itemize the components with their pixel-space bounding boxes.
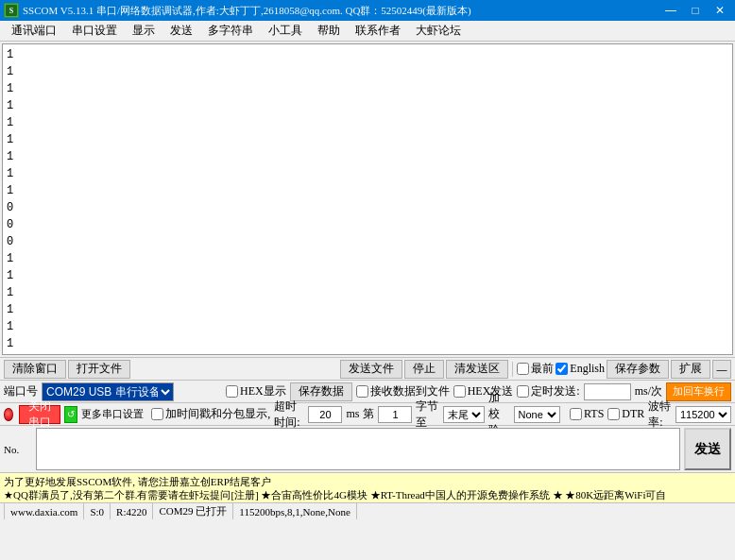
minimize-button[interactable]: — <box>659 3 682 18</box>
timeout-input[interactable] <box>308 406 342 423</box>
menu-item-多字符串[interactable]: 多字符串 <box>200 21 261 41</box>
send-area: No. 发送 <box>0 425 735 472</box>
menu-item-通讯端口[interactable]: 通讯端口 <box>4 21 64 41</box>
more-ports-label: 更多串口设置 <box>81 407 144 421</box>
send-input[interactable] <box>36 428 680 470</box>
output-area-container: 111111111000111111111111111 <box>2 43 733 355</box>
app-title: SSCOM V5.13.1 串口/网络数据调试器,作者:大虾丁丁,2618058… <box>23 4 471 18</box>
clear-send-button[interactable]: 清发送区 <box>446 360 508 379</box>
toolbar2: 端口号 COM29 USB 串行设备 HEX显示 保存数据 接收数据到文件 HE… <box>0 380 735 402</box>
dtr-label[interactable]: DTR <box>607 407 644 421</box>
baud-label: 波特率: <box>648 399 672 431</box>
stop-button[interactable]: 停止 <box>404 360 444 379</box>
output-line: 1 <box>7 97 728 114</box>
timestamp-checkbox[interactable] <box>151 408 163 420</box>
status-bar: www.daxia.com S:0 R:4220 COM29 已打开 11520… <box>0 502 735 519</box>
menu-item-小工具[interactable]: 小工具 <box>261 21 310 41</box>
baud-select[interactable]: 115200 <box>675 406 731 423</box>
output-line: 1 <box>7 182 728 199</box>
status-indicator <box>4 408 13 421</box>
timed-send-label[interactable]: 定时发送: <box>517 383 579 399</box>
output-line: 1 <box>7 267 728 284</box>
expand-button[interactable]: 扩展 <box>671 360 710 379</box>
toolbar1: 清除窗口 打开文件 发送文件 停止 清发送区 最前 English 保存参数 扩… <box>0 357 735 380</box>
output-line: 1 <box>7 114 728 131</box>
output-line: 1 <box>7 131 728 148</box>
refresh-button[interactable]: ↺ <box>64 406 78 423</box>
title-controls: — □ ✕ <box>659 3 731 18</box>
com-port-select[interactable]: COM29 USB 串行设备 <box>42 382 174 401</box>
menu-item-联系作者[interactable]: 联系作者 <box>348 21 408 41</box>
menu-bar: 通讯端口串口设置显示发送多字符串小工具帮助联系作者大虾论坛 <box>0 21 735 42</box>
menu-item-帮助[interactable]: 帮助 <box>310 21 348 41</box>
expand-icon-button[interactable]: — <box>712 360 731 379</box>
output-line: 1 <box>7 318 728 335</box>
output-line: 1 <box>7 165 728 182</box>
output-line: 1 <box>7 46 728 63</box>
output-area[interactable]: 111111111000111111111111111 <box>3 44 732 354</box>
output-line: 1 <box>7 301 728 318</box>
output-line: 1 <box>7 284 728 301</box>
notice-line2: ★QQ群满员了,没有第二个群.有需要请在虾坛提问[注册] ★合宙高性价比4G模块… <box>4 488 731 501</box>
output-line: 1 <box>7 63 728 80</box>
menu-item-大虾论坛[interactable]: 大虾论坛 <box>408 21 469 41</box>
english-checkbox-label[interactable]: English <box>556 362 605 376</box>
maximize-button[interactable]: □ <box>684 3 707 18</box>
hex-display-label[interactable]: HEX显示 <box>226 383 286 399</box>
end-select[interactable]: 末尾 <box>443 406 485 423</box>
send-file-button[interactable]: 发送文件 <box>340 360 402 379</box>
close-button[interactable]: ✕ <box>709 3 731 18</box>
open-file-button[interactable]: 打开文件 <box>68 360 130 379</box>
hex-display-checkbox[interactable] <box>226 385 238 398</box>
app-icon: S <box>4 3 19 18</box>
timestamp-label[interactable]: 加时间戳和分包显示, <box>151 406 270 422</box>
timed-send-checkbox[interactable] <box>517 385 529 398</box>
english-checkbox[interactable] <box>556 363 568 375</box>
rts-label[interactable]: RTS <box>570 407 604 421</box>
dtr-checkbox[interactable] <box>607 408 620 420</box>
save-params-button[interactable]: 保存参数 <box>607 360 669 379</box>
interval-unit: ms/次 <box>635 383 662 399</box>
svg-text:S: S <box>9 7 14 15</box>
output-line: 0 <box>7 216 728 233</box>
output-line: 1 <box>7 148 728 165</box>
toolbar3: 关闭串口 ↺ 更多串口设置 加时间戳和分包显示, 超时时间: ms 第 字节 至… <box>0 402 735 425</box>
clear-window-button[interactable]: 清除窗口 <box>4 360 66 379</box>
output-line: 0 <box>7 233 728 250</box>
timeout-unit: ms <box>346 407 359 421</box>
rts-checkbox[interactable] <box>570 408 582 420</box>
separator1 <box>512 362 513 377</box>
menu-item-发送[interactable]: 发送 <box>162 21 200 41</box>
add-crlf-button[interactable]: 加回车换行 <box>666 382 731 401</box>
menu-item-串口设置[interactable]: 串口设置 <box>64 21 125 41</box>
timeout-label: 超时时间: <box>274 399 304 431</box>
output-line: 1 <box>7 352 728 354</box>
port-label: 端口号 <box>4 383 38 399</box>
last-checkbox-label[interactable]: 最前 <box>517 361 554 377</box>
output-line: 0 <box>7 199 728 216</box>
status-s: S:0 <box>84 503 111 519</box>
recv-to-file-checkbox[interactable] <box>356 385 368 398</box>
close-port-button[interactable]: 关闭串口 <box>19 405 60 424</box>
hex-send-checkbox[interactable] <box>453 385 466 398</box>
char-label: 字节 至 <box>416 399 438 431</box>
interval-input[interactable]: 1000 <box>584 383 631 400</box>
menu-item-显示[interactable]: 显示 <box>125 21 162 41</box>
checksum-select[interactable]: None <box>514 406 560 423</box>
send-button[interactable]: 发送 <box>684 428 731 470</box>
output-line: 1 <box>7 250 728 267</box>
page-input[interactable] <box>378 406 412 423</box>
page-label: 第 <box>363 406 374 422</box>
status-com: COM29 已打开 <box>153 503 233 519</box>
notice-line1: 为了更好地发展SSCOM软件, 请您注册嘉立创ERP结尾客户 <box>4 475 731 488</box>
close-port-label: 关闭串口 <box>26 399 54 431</box>
last-checkbox[interactable] <box>517 363 529 375</box>
output-lines: 111111111000111111111111111 <box>7 46 728 354</box>
recv-to-file-label[interactable]: 接收数据到文件 <box>356 383 450 399</box>
status-r: R:4220 <box>111 503 153 519</box>
title-left: S SSCOM V5.13.1 串口/网络数据调试器,作者:大虾丁丁,26180… <box>4 3 471 18</box>
title-bar: S SSCOM V5.13.1 串口/网络数据调试器,作者:大虾丁丁,26180… <box>0 0 735 21</box>
status-baud: 115200bps,8,1,None,None <box>233 503 357 519</box>
status-website: www.daxia.com <box>4 503 84 519</box>
output-line: 1 <box>7 335 728 352</box>
